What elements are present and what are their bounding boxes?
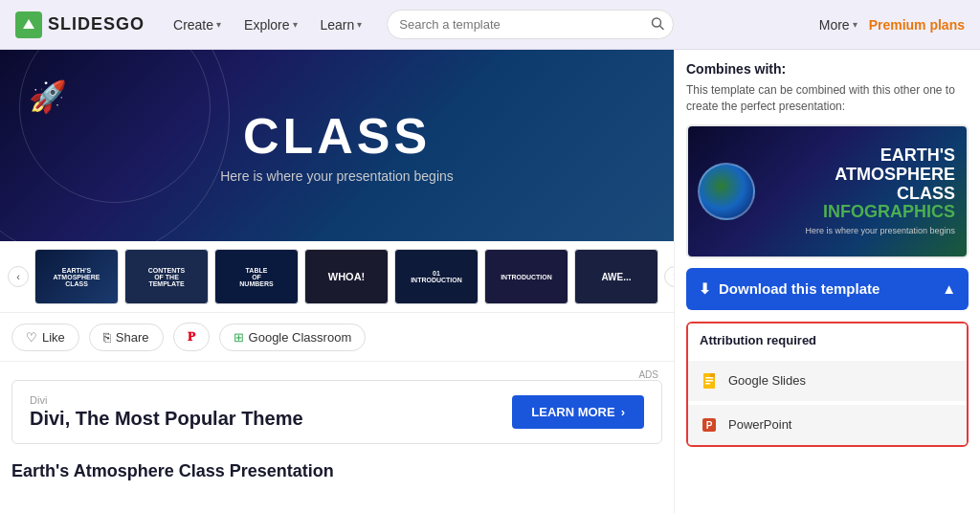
divider: [688, 357, 967, 359]
ad-cta-button[interactable]: LEARN MORE ›: [512, 395, 644, 429]
powerpoint-label: PowerPoint: [728, 417, 791, 432]
ad-section: ADS Divi Divi, The Most Popular Theme LE…: [0, 362, 674, 452]
page-title: Earth's Atmosphere Class Presentation: [11, 461, 662, 481]
thumbnail-5[interactable]: 01INTRODUCTION: [394, 249, 479, 304]
ad-content: Divi Divi, The Most Popular Theme: [30, 394, 303, 430]
combines-title: Combines with:: [686, 61, 969, 77]
left-panel: 🚀 CLASS Here is where your presentation …: [0, 50, 674, 513]
chevron-down-icon: ▾: [293, 19, 298, 30]
prev-slide-button[interactable]: ‹: [8, 266, 29, 287]
hero-title: CLASS: [243, 107, 431, 165]
combines-desc: This template can be combined with this …: [686, 82, 969, 115]
attribution-title: Attribution required: [688, 323, 967, 357]
logo[interactable]: SLIDESGO: [15, 11, 145, 38]
action-bar: ♡ Like ⎘ Share 𝐏 ⊞ Google Classroom: [0, 313, 674, 362]
more-button[interactable]: More ▾: [819, 17, 858, 33]
pinterest-button[interactable]: 𝐏: [173, 323, 210, 351]
chevron-down-icon: ▾: [357, 19, 362, 30]
main-nav: Create ▾ Explore ▾ Learn ▾: [164, 11, 371, 38]
svg-text:P: P: [706, 420, 713, 431]
logo-icon: [15, 11, 42, 38]
attribution-section: Attribution required Google Slides: [686, 322, 969, 447]
svg-rect-6: [705, 380, 713, 382]
download-button[interactable]: ⬇ Download this template ▲: [686, 268, 969, 310]
svg-marker-0: [23, 19, 34, 29]
svg-rect-5: [705, 377, 713, 379]
svg-rect-8: [710, 373, 715, 377]
header: SLIDESGO Create ▾ Explore ▾ Learn ▾ More…: [0, 0, 980, 50]
search-bar: [387, 10, 674, 39]
like-button[interactable]: ♡ Like: [11, 323, 79, 351]
download-icon: ⬇: [699, 280, 711, 298]
google-classroom-button[interactable]: ⊞ Google Classroom: [219, 323, 367, 351]
nav-create[interactable]: Create ▾: [164, 11, 231, 38]
hero-subtitle: Here is where your presentation begins: [220, 168, 454, 184]
premium-plans-button[interactable]: Premium plans: [869, 17, 965, 33]
thumbnail-3[interactable]: TABLEOFNUMBERS: [214, 249, 299, 304]
logo-text: SLIDESGO: [48, 14, 145, 34]
next-slide-button[interactable]: ›: [664, 266, 674, 287]
page-title-section: Earth's Atmosphere Class Presentation: [0, 452, 674, 481]
ads-tag: ADS: [11, 369, 662, 380]
divider-2: [688, 401, 967, 403]
pinterest-icon: 𝐏: [188, 329, 195, 345]
ad-title: Divi, The Most Popular Theme: [30, 408, 303, 430]
earth-graphic: [698, 163, 755, 220]
combined-preview-text: EARTH'S ATMOSPHERE CLASS INFOGRAPHICS He…: [805, 146, 955, 235]
hero-slide: 🚀 CLASS Here is where your presentation …: [0, 50, 674, 241]
google-slides-label: Google Slides: [728, 373, 806, 388]
nav-learn[interactable]: Learn ▾: [311, 11, 372, 38]
google-slides-item[interactable]: Google Slides: [688, 361, 967, 401]
right-panel: Combines with: This template can be comb…: [674, 50, 980, 513]
share-button[interactable]: ⎘ Share: [89, 323, 164, 351]
share-icon: ⎘: [103, 330, 111, 345]
header-right: More ▾ Premium plans: [819, 17, 965, 33]
arrow-right-icon: ›: [621, 405, 625, 419]
thumbnail-7[interactable]: AWE...: [574, 249, 658, 304]
search-input[interactable]: [387, 10, 674, 39]
ad-banner: Divi Divi, The Most Popular Theme LEARN …: [11, 380, 662, 444]
chevron-down-icon: ▾: [853, 19, 858, 30]
thumbnail-1[interactable]: EARTH'SATMOSPHERECLASS: [34, 249, 119, 304]
combined-preview[interactable]: EARTH'S ATMOSPHERE CLASS INFOGRAPHICS He…: [686, 124, 969, 258]
thumbnail-4[interactable]: WHOA!: [304, 249, 389, 304]
svg-rect-7: [705, 383, 710, 385]
main-content: 🚀 CLASS Here is where your presentation …: [0, 50, 980, 513]
chevron-down-icon: ▾: [216, 19, 221, 30]
chevron-up-icon: ▲: [942, 280, 956, 297]
svg-line-2: [660, 26, 664, 30]
thumbnail-2[interactable]: CONTENTSOF THETEMPLATE: [124, 249, 209, 304]
heart-icon: ♡: [26, 330, 37, 345]
hero-figure: 🚀: [29, 78, 67, 115]
search-button[interactable]: [651, 16, 664, 33]
thumbnail-6[interactable]: INTRODUCTION: [484, 249, 568, 304]
thumbnail-strip: ‹ EARTH'SATMOSPHERECLASS CONTENTSOF THET…: [0, 241, 674, 313]
nav-explore[interactable]: Explore ▾: [234, 11, 306, 38]
powerpoint-icon: P: [700, 415, 719, 435]
ad-provider: Divi: [30, 394, 303, 406]
powerpoint-item[interactable]: P PowerPoint: [688, 405, 967, 445]
google-classroom-icon: ⊞: [234, 330, 244, 345]
google-slides-icon: [700, 371, 719, 390]
